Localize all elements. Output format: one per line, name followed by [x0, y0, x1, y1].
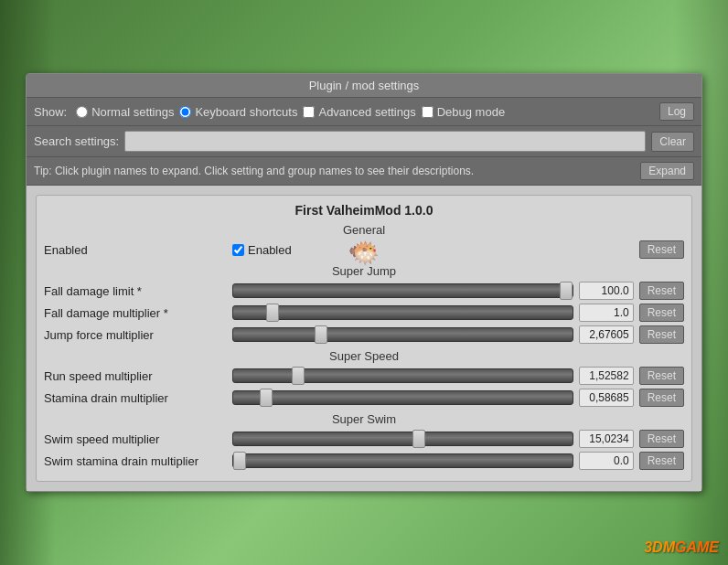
reset-fall-damage-multiplier-button[interactable]: Reset: [639, 304, 684, 322]
tip-text: Tip: Click plugin names to expand. Click…: [34, 165, 474, 177]
slider-fall-damage-limit[interactable]: [232, 283, 573, 298]
setting-control-stamina-drain: Reset: [232, 389, 684, 407]
main-panel: Plugin / mod settings Show: Normal setti…: [26, 73, 702, 492]
slider-container-fall-damage-limit: [232, 283, 573, 298]
setting-control-swim-speed: Reset: [232, 430, 684, 448]
section-super-jump: Super Jump: [44, 264, 684, 278]
setting-label-stamina-drain: Stamina drain multiplier: [44, 391, 227, 405]
title-bar: Plugin / mod settings: [27, 74, 701, 98]
section-super-swim: Super Swim: [44, 412, 684, 426]
value-run-speed[interactable]: [579, 367, 634, 385]
value-stamina-drain[interactable]: [579, 389, 634, 407]
normal-settings-radio[interactable]: [76, 106, 88, 118]
setting-control-swim-stamina: Reset: [232, 452, 684, 470]
log-button[interactable]: Log: [659, 102, 694, 121]
section-general: General: [44, 223, 684, 237]
watermark: 3DMGAME: [644, 539, 719, 556]
reset-stamina-drain-button[interactable]: Reset: [639, 389, 684, 407]
setting-control-jump-force: Reset: [232, 325, 684, 344]
search-label: Search settings:: [34, 134, 119, 148]
mod-title: First ValheimMod 1.0.0: [44, 203, 684, 218]
slider-container-jump-force: [232, 327, 573, 342]
setting-label-swim-speed: Swim speed multiplier: [44, 432, 227, 446]
setting-row-fall-damage-multiplier: Fall damage multiplier * Reset: [44, 304, 684, 322]
setting-control-fall-damage-limit: Reset: [232, 282, 684, 300]
setting-label-enabled: Enabled: [44, 243, 227, 257]
slider-container-run-speed: [232, 368, 573, 383]
panel-title: Plugin / mod settings: [309, 79, 420, 92]
setting-control-run-speed: Reset: [232, 367, 684, 385]
setting-row-jump-force: Jump force multiplier Reset: [44, 325, 684, 344]
expand-button[interactable]: Expand: [640, 162, 694, 180]
clear-button[interactable]: Clear: [651, 132, 694, 152]
setting-control-fall-damage-multiplier: Reset: [232, 304, 684, 322]
normal-settings-option[interactable]: Normal settings: [76, 105, 174, 119]
slider-fall-damage-multiplier[interactable]: [232, 305, 573, 320]
value-swim-stamina[interactable]: [579, 452, 634, 470]
enabled-checkbox-label: Enabled: [248, 243, 292, 257]
reset-jump-force-button[interactable]: Reset: [639, 325, 684, 344]
setting-row-swim-speed: Swim speed multiplier Reset: [44, 430, 684, 448]
debug-mode-option[interactable]: Debug mode: [422, 105, 505, 119]
setting-label-fall-damage-multiplier: Fall damage multiplier *: [44, 306, 227, 320]
mod-panel: First ValheimMod 1.0.0 General Enabled E…: [36, 195, 692, 482]
slider-container-swim-speed: [232, 432, 573, 446]
debug-mode-label: Debug mode: [437, 105, 505, 119]
keyboard-shortcuts-label: Keyboard shortcuts: [195, 105, 297, 119]
show-label: Show:: [34, 105, 67, 119]
reset-fall-damage-limit-button[interactable]: Reset: [639, 282, 684, 300]
value-fall-damage-limit[interactable]: [579, 282, 634, 300]
slider-container-stamina-drain: [232, 390, 573, 405]
reset-run-speed-button[interactable]: Reset: [639, 367, 684, 385]
advanced-settings-checkbox[interactable]: [303, 106, 315, 118]
enabled-checkbox-row: Enabled: [232, 243, 634, 257]
reset-swim-stamina-button[interactable]: Reset: [639, 452, 684, 470]
slider-swim-stamina[interactable]: [232, 453, 573, 468]
setting-row-fall-damage-limit: Fall damage limit * Reset: [44, 282, 684, 300]
setting-row-stamina-drain: Stamina drain multiplier Reset: [44, 389, 684, 407]
slider-swim-speed[interactable]: [232, 432, 573, 446]
content-area[interactable]: First ValheimMod 1.0.0 General Enabled E…: [27, 186, 701, 491]
setting-label-jump-force: Jump force multiplier: [44, 328, 227, 342]
slider-jump-force[interactable]: [232, 327, 573, 342]
setting-row-enabled: Enabled Enabled Reset: [44, 240, 684, 259]
setting-label-swim-stamina: Swim stamina drain multiplier: [44, 454, 227, 468]
search-row: Search settings: Clear: [27, 126, 701, 157]
slider-container-fall-damage-multiplier: [232, 305, 573, 320]
normal-settings-label: Normal settings: [91, 105, 174, 119]
slider-container-swim-stamina: [232, 453, 573, 468]
advanced-settings-option[interactable]: Advanced settings: [303, 105, 415, 119]
setting-row-run-speed: Run speed multiplier Reset: [44, 367, 684, 385]
advanced-settings-label: Advanced settings: [318, 105, 415, 119]
reset-swim-speed-button[interactable]: Reset: [639, 430, 684, 448]
debug-mode-checkbox[interactable]: [422, 106, 434, 118]
slider-run-speed[interactable]: [232, 368, 573, 383]
value-swim-speed[interactable]: [579, 430, 634, 448]
search-input[interactable]: [124, 131, 646, 152]
setting-label-fall-damage-limit: Fall damage limit *: [44, 284, 227, 298]
keyboard-shortcuts-radio[interactable]: [179, 106, 191, 118]
tip-row: Tip: Click plugin names to expand. Click…: [27, 157, 701, 186]
slider-stamina-drain[interactable]: [232, 390, 573, 405]
keyboard-shortcuts-option[interactable]: Keyboard shortcuts: [179, 105, 297, 119]
value-fall-damage-multiplier[interactable]: [579, 304, 634, 322]
section-super-speed: Super Speed: [44, 349, 684, 363]
reset-enabled-button[interactable]: Reset: [639, 240, 684, 259]
setting-control-enabled: Enabled Reset: [232, 240, 684, 259]
setting-label-run-speed: Run speed multiplier: [44, 369, 227, 383]
enabled-checkbox[interactable]: [232, 244, 244, 256]
setting-row-swim-stamina: Swim stamina drain multiplier Reset: [44, 452, 684, 470]
value-jump-force[interactable]: [579, 325, 634, 344]
show-row: Show: Normal settings Keyboard shortcuts…: [27, 98, 701, 126]
